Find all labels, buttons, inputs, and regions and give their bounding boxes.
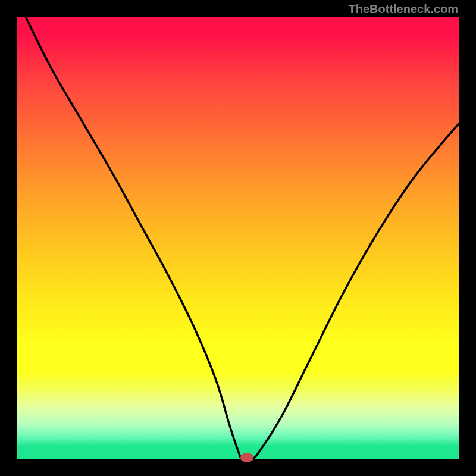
chart-marker-dot bbox=[240, 453, 253, 462]
chart-frame bbox=[17, 17, 459, 459]
chart-curve bbox=[17, 17, 459, 459]
watermark-text: TheBottleneck.com bbox=[349, 2, 458, 16]
